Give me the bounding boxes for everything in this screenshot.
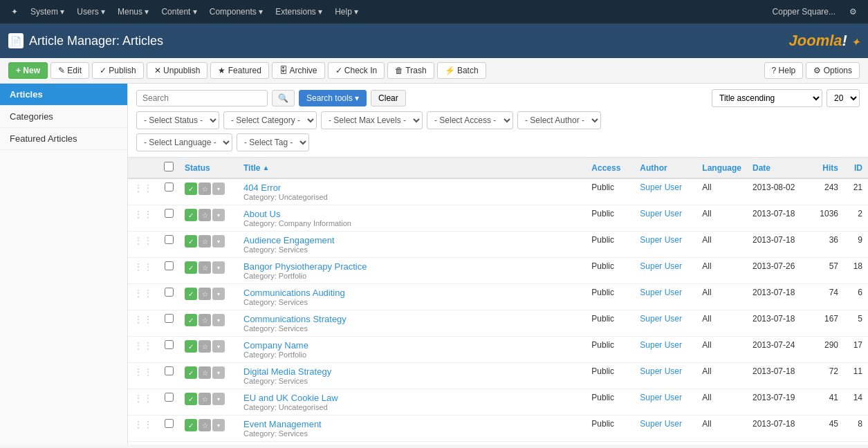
nav-help[interactable]: Help ▾ — [329, 3, 364, 21]
article-title-link[interactable]: Communications Strategy — [243, 314, 347, 324]
author-link[interactable]: Super User — [640, 340, 682, 350]
search-input[interactable] — [136, 90, 268, 106]
star-status-icon[interactable]: ☆ — [198, 235, 211, 248]
drag-handle[interactable]: ⋮⋮ — [133, 261, 153, 272]
publish-status-icon[interactable]: ✓ — [185, 235, 197, 248]
th-id[interactable]: ID — [844, 158, 868, 178]
select-all-checkbox[interactable] — [164, 162, 174, 171]
archive-button[interactable]: 🗄 Archive — [272, 62, 325, 79]
row-checkbox[interactable] — [165, 209, 174, 218]
status-dropdown[interactable]: ▾ — [212, 419, 225, 431]
nav-users[interactable]: Users ▾ — [71, 3, 111, 21]
status-dropdown[interactable]: ▾ — [212, 209, 225, 221]
nav-menus[interactable]: Menus ▾ — [112, 3, 154, 21]
star-status-icon[interactable]: ☆ — [198, 183, 211, 195]
article-title-link[interactable]: Company Name — [243, 340, 308, 351]
row-checkbox[interactable] — [165, 393, 174, 402]
trash-button[interactable]: 🗑 Trash — [387, 62, 434, 79]
options-button[interactable]: ⚙ Options — [806, 62, 860, 79]
sort-select[interactable]: Title ascending — [712, 89, 822, 107]
drag-handle[interactable]: ⋮⋮ — [133, 366, 153, 377]
star-status-icon[interactable]: ☆ — [198, 393, 211, 405]
drag-handle[interactable]: ⋮⋮ — [133, 314, 153, 325]
article-title-link[interactable]: Digital Media Strategy — [243, 366, 331, 377]
row-checkbox[interactable] — [165, 340, 174, 349]
th-hits[interactable]: Hits — [809, 158, 844, 178]
publish-status-icon[interactable]: ✓ — [185, 340, 197, 353]
nav-components[interactable]: Components ▾ — [204, 3, 268, 21]
publish-status-icon[interactable]: ✓ — [185, 183, 197, 195]
star-status-icon[interactable]: ☆ — [198, 209, 211, 221]
joomla-home-icon[interactable]: ✦ — [6, 3, 24, 21]
nav-content[interactable]: Content ▾ — [156, 3, 202, 21]
new-button[interactable]: + New — [8, 62, 48, 79]
row-checkbox[interactable] — [165, 288, 174, 297]
drag-handle[interactable]: ⋮⋮ — [133, 393, 153, 404]
th-access[interactable]: Access — [586, 158, 634, 178]
th-author[interactable]: Author — [634, 158, 696, 178]
drag-handle[interactable]: ⋮⋮ — [133, 419, 153, 430]
article-title-link[interactable]: EU and UK Cookie Law — [243, 393, 338, 403]
select-status[interactable]: - Select Status - — [136, 111, 219, 129]
unpublish-button[interactable]: ✕ Unpublish — [147, 62, 208, 79]
featured-button[interactable]: ★ Featured — [210, 62, 268, 79]
publish-status-icon[interactable]: ✓ — [185, 419, 197, 431]
status-dropdown[interactable]: ▾ — [212, 183, 225, 195]
edit-button[interactable]: ✎ Edit — [50, 62, 89, 79]
nav-extensions[interactable]: Extensions ▾ — [270, 3, 328, 21]
sidebar-item-featured-articles[interactable]: Featured Articles — [0, 128, 127, 150]
publish-status-icon[interactable]: ✓ — [185, 209, 197, 221]
select-author[interactable]: - Select Author - — [517, 111, 601, 129]
row-checkbox[interactable] — [165, 419, 174, 428]
sidebar-item-articles[interactable]: Articles — [0, 84, 127, 106]
select-language[interactable]: - Select Language - — [136, 133, 232, 151]
article-title-link[interactable]: 404 Error — [243, 183, 281, 193]
author-link[interactable]: Super User — [640, 288, 682, 297]
search-button[interactable]: 🔍 — [272, 90, 295, 106]
author-link[interactable]: Super User — [640, 419, 682, 429]
star-status-icon[interactable]: ☆ — [198, 261, 211, 274]
select-max-levels[interactable]: - Select Max Levels - — [321, 111, 423, 129]
status-dropdown[interactable]: ▾ — [212, 340, 225, 353]
drag-handle[interactable]: ⋮⋮ — [133, 288, 153, 299]
settings-icon[interactable]: ⚙ — [844, 3, 862, 21]
per-page-select[interactable]: 20 — [827, 89, 860, 107]
search-tools-button[interactable]: Search tools ▾ — [299, 90, 367, 106]
article-title-link[interactable]: Audience Engagement — [243, 235, 335, 245]
author-link[interactable]: Super User — [640, 393, 682, 402]
article-title-link[interactable]: Event Management — [243, 419, 322, 429]
star-status-icon[interactable]: ☆ — [198, 314, 211, 326]
star-status-icon[interactable]: ☆ — [198, 340, 211, 353]
status-dropdown[interactable]: ▾ — [212, 393, 225, 405]
author-link[interactable]: Super User — [640, 235, 682, 245]
clear-button[interactable]: Clear — [371, 90, 406, 106]
author-link[interactable]: Super User — [640, 261, 682, 271]
status-dropdown[interactable]: ▾ — [212, 314, 225, 326]
drag-handle[interactable]: ⋮⋮ — [133, 340, 153, 351]
status-dropdown[interactable]: ▾ — [212, 288, 225, 300]
status-dropdown[interactable]: ▾ — [212, 366, 225, 379]
publish-status-icon[interactable]: ✓ — [185, 288, 197, 300]
publish-status-icon[interactable]: ✓ — [185, 261, 197, 274]
status-dropdown[interactable]: ▾ — [212, 235, 225, 248]
th-language[interactable]: Language — [696, 158, 747, 178]
sidebar-item-categories[interactable]: Categories — [0, 106, 127, 128]
article-title-link[interactable]: Bangor Physiotherapy Practice — [243, 261, 367, 272]
th-date[interactable]: Date — [747, 158, 809, 178]
row-checkbox[interactable] — [165, 183, 174, 192]
article-title-link[interactable]: About Us — [243, 209, 280, 219]
th-title[interactable]: Title ▲ — [238, 158, 586, 178]
batch-button[interactable]: ⚡ Batch — [437, 62, 486, 79]
drag-handle[interactable]: ⋮⋮ — [133, 235, 153, 246]
drag-handle[interactable]: ⋮⋮ — [133, 209, 153, 220]
select-access[interactable]: - Select Access - — [427, 111, 513, 129]
author-link[interactable]: Super User — [640, 366, 682, 376]
help-button[interactable]: ? Help — [764, 62, 804, 79]
article-title-link[interactable]: Communications Auditing — [243, 288, 345, 298]
author-link[interactable]: Super User — [640, 314, 682, 324]
publish-status-icon[interactable]: ✓ — [185, 314, 197, 326]
author-link[interactable]: Super User — [640, 209, 682, 218]
select-tag[interactable]: - Select Tag - — [237, 133, 309, 151]
row-checkbox[interactable] — [165, 261, 174, 270]
drag-handle[interactable]: ⋮⋮ — [133, 183, 153, 194]
